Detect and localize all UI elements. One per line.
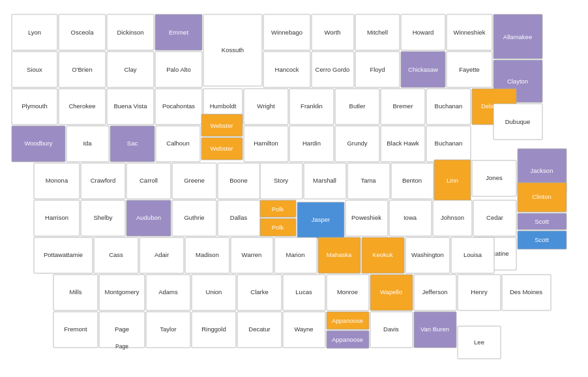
svg-rect-70 bbox=[110, 126, 154, 162]
svg-rect-96 bbox=[126, 163, 171, 199]
svg-rect-76 bbox=[201, 138, 243, 160]
svg-rect-114 bbox=[34, 200, 80, 236]
svg-rect-144 bbox=[34, 237, 93, 273]
svg-rect-162 bbox=[451, 237, 494, 273]
svg-rect-34 bbox=[355, 52, 400, 87]
svg-rect-148 bbox=[140, 237, 184, 273]
svg-rect-42 bbox=[12, 89, 57, 125]
svg-rect-176 bbox=[327, 275, 369, 310]
svg-rect-158 bbox=[362, 237, 404, 273]
svg-rect-132 bbox=[389, 200, 432, 236]
svg-rect-152 bbox=[231, 237, 273, 273]
svg-rect-100 bbox=[218, 163, 260, 199]
svg-rect-206 bbox=[458, 326, 501, 359]
svg-rect-48 bbox=[155, 89, 202, 125]
svg-rect-102 bbox=[260, 163, 302, 199]
svg-rect-128 bbox=[297, 202, 344, 238]
svg-rect-98 bbox=[172, 163, 216, 199]
svg-rect-124 bbox=[260, 200, 296, 217]
svg-rect-78 bbox=[244, 126, 288, 162]
svg-rect-198 bbox=[327, 312, 369, 329]
svg-rect-36 bbox=[401, 52, 445, 87]
svg-rect-118 bbox=[126, 200, 171, 236]
svg-rect-192 bbox=[192, 312, 236, 348]
svg-rect-2 bbox=[59, 14, 106, 50]
svg-rect-130 bbox=[345, 200, 388, 236]
svg-rect-16 bbox=[401, 14, 445, 50]
svg-rect-86 bbox=[426, 126, 471, 162]
svg-rect-8 bbox=[203, 14, 262, 86]
map-container: Lyon Osceola Dickinson Emmet Kossuth Win… bbox=[0, 0, 588, 377]
svg-rect-156 bbox=[318, 237, 360, 273]
svg-rect-94 bbox=[81, 163, 125, 199]
svg-rect-64 bbox=[493, 104, 542, 140]
svg-rect-6 bbox=[155, 14, 202, 50]
svg-rect-112 bbox=[518, 183, 566, 212]
svg-rect-190 bbox=[146, 312, 190, 348]
svg-rect-26 bbox=[107, 52, 154, 87]
svg-rect-146 bbox=[94, 237, 138, 273]
svg-rect-72 bbox=[156, 126, 200, 162]
svg-rect-92 bbox=[34, 163, 80, 199]
svg-rect-186 bbox=[53, 312, 98, 348]
svg-rect-44 bbox=[59, 89, 106, 125]
svg-rect-66 bbox=[12, 126, 65, 162]
svg-rect-38 bbox=[447, 52, 492, 87]
svg-rect-120 bbox=[172, 200, 216, 236]
svg-rect-122 bbox=[218, 200, 260, 236]
svg-rect-80 bbox=[289, 126, 334, 162]
svg-rect-196 bbox=[283, 312, 325, 348]
svg-rect-150 bbox=[185, 237, 229, 273]
svg-rect-22 bbox=[12, 52, 57, 87]
svg-rect-60 bbox=[426, 89, 471, 125]
svg-rect-174 bbox=[283, 275, 325, 310]
svg-rect-160 bbox=[405, 237, 450, 273]
svg-rect-204 bbox=[414, 312, 456, 348]
svg-rect-194 bbox=[237, 312, 282, 348]
svg-rect-182 bbox=[458, 275, 501, 310]
svg-rect-202 bbox=[370, 312, 413, 348]
svg-rect-32 bbox=[312, 52, 354, 87]
svg-rect-110 bbox=[434, 160, 471, 202]
svg-rect-10 bbox=[263, 14, 310, 50]
svg-rect-74 bbox=[201, 114, 243, 136]
svg-rect-24 bbox=[59, 52, 106, 87]
svg-rect-106 bbox=[347, 163, 390, 199]
svg-rect-46 bbox=[107, 89, 154, 125]
svg-rect-30 bbox=[263, 52, 310, 87]
svg-rect-126 bbox=[260, 219, 296, 236]
svg-rect-18 bbox=[447, 14, 492, 50]
svg-rect-108 bbox=[391, 163, 434, 199]
svg-rect-20 bbox=[493, 14, 542, 59]
svg-rect-28 bbox=[155, 52, 202, 87]
svg-rect-54 bbox=[289, 89, 334, 125]
svg-rect-140 bbox=[518, 231, 566, 249]
svg-rect-184 bbox=[502, 275, 551, 310]
svg-rect-178 bbox=[370, 275, 413, 310]
svg-rect-116 bbox=[81, 200, 125, 236]
svg-rect-4 bbox=[107, 14, 154, 50]
svg-rect-88 bbox=[472, 160, 516, 196]
svg-rect-134 bbox=[433, 200, 472, 236]
svg-rect-168 bbox=[146, 275, 190, 310]
svg-rect-200 bbox=[327, 331, 369, 348]
svg-rect-154 bbox=[274, 237, 317, 273]
svg-rect-84 bbox=[381, 126, 425, 162]
svg-rect-0 bbox=[12, 14, 57, 50]
svg-rect-136 bbox=[473, 200, 516, 236]
svg-rect-56 bbox=[335, 89, 379, 125]
svg-rect-58 bbox=[381, 89, 425, 125]
svg-rect-52 bbox=[244, 89, 288, 125]
svg-rect-14 bbox=[355, 14, 400, 50]
svg-rect-164 bbox=[53, 275, 98, 310]
svg-rect-188 bbox=[99, 312, 145, 348]
svg-rect-104 bbox=[304, 163, 346, 199]
svg-rect-82 bbox=[335, 126, 379, 162]
svg-rect-166 bbox=[99, 275, 145, 310]
svg-rect-138 bbox=[518, 213, 566, 230]
svg-rect-68 bbox=[66, 126, 109, 162]
svg-rect-170 bbox=[192, 275, 236, 310]
svg-rect-172 bbox=[237, 275, 282, 310]
svg-rect-180 bbox=[414, 275, 456, 310]
svg-rect-12 bbox=[312, 14, 354, 50]
